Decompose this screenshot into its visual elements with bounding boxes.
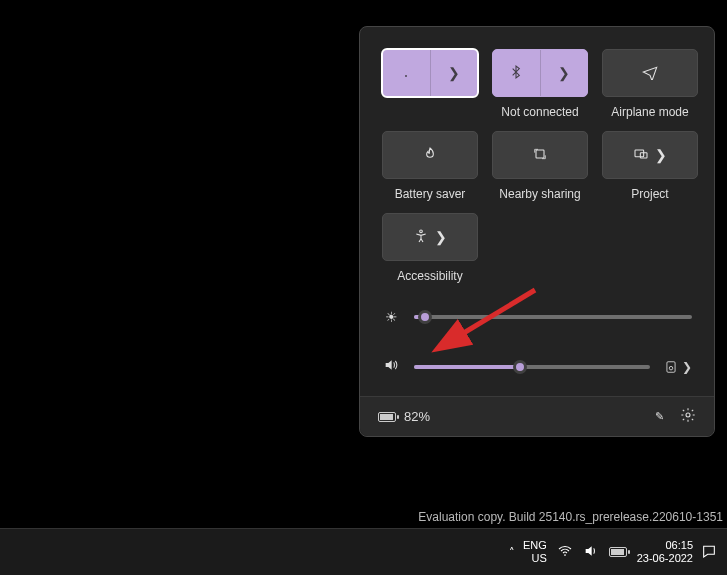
battery-status[interactable]: 82% <box>378 409 430 424</box>
nearby-icon <box>532 146 548 165</box>
svg-point-6 <box>669 366 673 370</box>
accessibility-tile: ❯ Accessibility <box>382 213 478 283</box>
project-tile: ❯ Project <box>602 131 698 201</box>
svg-rect-5 <box>667 361 675 372</box>
wifi-tray-icon <box>557 543 573 562</box>
gear-icon <box>680 407 696 423</box>
bluetooth-toggle[interactable] <box>493 50 540 96</box>
wifi-button[interactable]: ❯ <box>382 49 478 97</box>
notifications-button[interactable] <box>701 543 717 562</box>
accessibility-icon <box>413 228 429 247</box>
battery-percent: 82% <box>404 409 430 424</box>
settings-button[interactable] <box>680 407 696 426</box>
svg-point-9 <box>564 554 566 556</box>
language-switcher[interactable]: ENG US <box>523 539 547 565</box>
project-label: Project <box>631 187 668 201</box>
project-button[interactable]: ❯ <box>602 131 698 179</box>
quick-settings-panel: ❯ ❯ Not connected <box>359 26 715 437</box>
accessibility-button[interactable]: ❯ <box>382 213 478 261</box>
brightness-slider[interactable] <box>414 315 692 319</box>
project-icon <box>633 146 649 165</box>
chevron-right-icon: ❯ <box>448 65 460 81</box>
battery-tray-icon <box>609 547 627 557</box>
quick-settings-grid: ❯ ❯ Not connected <box>382 49 692 283</box>
watermark-text: Evaluation copy. Build 25140.rs_prerelea… <box>418 510 723 524</box>
volume-slider[interactable] <box>414 365 650 369</box>
airplane-label: Airplane mode <box>611 105 688 119</box>
brightness-icon: ☀ <box>382 309 400 325</box>
chevron-right-icon: ❯ <box>435 229 447 245</box>
clock[interactable]: 06:15 23-06-2022 <box>637 539 693 565</box>
system-tray[interactable] <box>557 543 627 562</box>
taskbar: ˄ ENG US 06:15 23-06-2022 <box>0 528 727 575</box>
svg-point-4 <box>420 230 423 233</box>
edit-icon[interactable]: ✎ <box>655 410 664 423</box>
wifi-icon <box>398 64 414 83</box>
tray-overflow-button[interactable]: ˄ <box>509 546 515 559</box>
volume-tray-icon <box>583 543 599 562</box>
bluetooth-label: Not connected <box>501 105 578 119</box>
svg-point-0 <box>405 75 407 77</box>
bluetooth-icon <box>508 64 524 83</box>
audio-output-button[interactable]: ❯ <box>664 360 692 374</box>
wifi-toggle[interactable] <box>383 50 430 96</box>
chevron-right-icon: ❯ <box>655 147 667 163</box>
airplane-tile: Airplane mode <box>602 49 698 119</box>
airplane-icon <box>642 64 658 83</box>
battery-icon <box>378 412 396 422</box>
accessibility-label: Accessibility <box>397 269 462 283</box>
battery-saver-button[interactable] <box>382 131 478 179</box>
battery-saver-label: Battery saver <box>395 187 466 201</box>
chevron-right-icon: ❯ <box>682 360 692 374</box>
bluetooth-expand[interactable]: ❯ <box>540 50 588 96</box>
svg-point-7 <box>686 413 690 417</box>
battery-saver-tile: Battery saver <box>382 131 478 201</box>
brightness-row: ☀ <box>382 309 692 325</box>
wifi-expand[interactable]: ❯ <box>430 50 478 96</box>
volume-icon <box>382 357 400 376</box>
nearby-tile: Nearby sharing <box>492 131 588 201</box>
airplane-button[interactable] <box>602 49 698 97</box>
wifi-tile: ❯ <box>382 49 478 119</box>
panel-footer: 82% ✎ <box>360 396 714 436</box>
svg-rect-1 <box>536 150 544 158</box>
bluetooth-button[interactable]: ❯ <box>492 49 588 97</box>
volume-row: ❯ <box>382 357 692 376</box>
bluetooth-tile: ❯ Not connected <box>492 49 588 119</box>
battery-saver-icon <box>422 146 438 165</box>
chevron-right-icon: ❯ <box>558 65 570 81</box>
svg-rect-2 <box>635 150 644 157</box>
nearby-label: Nearby sharing <box>499 187 580 201</box>
nearby-button[interactable] <box>492 131 588 179</box>
